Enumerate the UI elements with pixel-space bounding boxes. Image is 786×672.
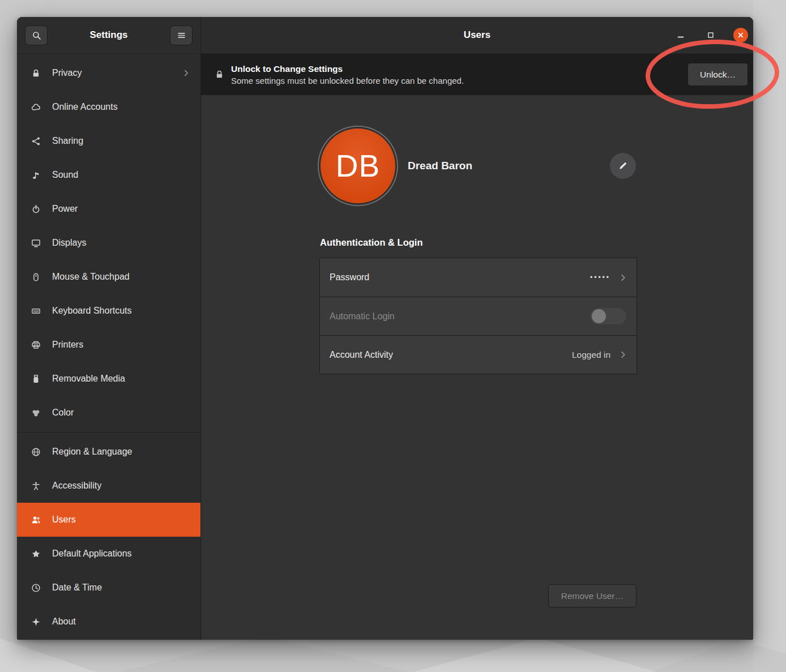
toggle-knob bbox=[592, 309, 606, 323]
sidebar-item-label: Users bbox=[52, 515, 190, 525]
lock-icon bbox=[215, 70, 224, 79]
sidebar-item-default-applications[interactable]: Default Applications bbox=[17, 537, 200, 571]
avatar[interactable]: DB bbox=[321, 129, 395, 203]
sidebar-item-label: About bbox=[52, 617, 190, 627]
star-icon bbox=[31, 549, 41, 559]
sidebar-item-label: Power bbox=[52, 204, 190, 214]
user-profile: DB Dread Baron bbox=[319, 125, 637, 207]
clock-icon bbox=[31, 583, 41, 593]
maximize-button[interactable] bbox=[703, 28, 718, 42]
avatar-initials: DB bbox=[336, 148, 380, 184]
sidebar-item-label: Region & Language bbox=[52, 447, 190, 457]
pencil-icon bbox=[618, 161, 628, 171]
unlock-banner: Unlock to Change Settings Some settings … bbox=[201, 54, 753, 95]
removable-media-icon bbox=[31, 374, 41, 384]
sidebar-item-date-time[interactable]: Date & Time bbox=[17, 571, 200, 605]
sidebar-header: Settings bbox=[17, 17, 200, 54]
sidebar-item-displays[interactable]: Displays bbox=[17, 226, 200, 260]
sidebar-item-online-accounts[interactable]: Online Accounts bbox=[17, 90, 200, 124]
users-icon bbox=[31, 515, 41, 525]
sidebar-item-label: Printers bbox=[52, 340, 190, 350]
automatic-login-toggle[interactable] bbox=[590, 307, 627, 325]
account-activity-value: Logged in bbox=[572, 350, 610, 360]
chevron-right-icon bbox=[182, 69, 190, 77]
banner-subtitle: Some settings must be unlocked before th… bbox=[231, 76, 681, 85]
user-name: Dread Baron bbox=[408, 160, 472, 172]
users-content: DB Dread Baron Authentication & Login Pa… bbox=[201, 95, 753, 640]
music-note-icon bbox=[31, 170, 41, 180]
menu-icon bbox=[177, 31, 186, 40]
share-icon bbox=[31, 136, 41, 146]
mouse-icon bbox=[31, 272, 41, 282]
sidebar-item-color[interactable]: Color bbox=[17, 396, 200, 430]
window-controls bbox=[673, 17, 748, 53]
sidebar-item-label: Online Accounts bbox=[52, 102, 190, 112]
chevron-right-icon bbox=[619, 273, 627, 282]
password-value: ••••• bbox=[590, 273, 610, 281]
chevron-right-icon bbox=[619, 350, 627, 359]
globe-icon bbox=[31, 447, 41, 457]
sidebar-item-label: Sound bbox=[52, 170, 190, 180]
sidebar-item-sharing[interactable]: Sharing bbox=[17, 124, 200, 158]
account-activity-row[interactable]: Account Activity Logged in bbox=[320, 335, 637, 374]
sidebar-divider bbox=[17, 432, 200, 433]
power-icon bbox=[31, 204, 41, 214]
search-button[interactable] bbox=[25, 25, 48, 45]
maximize-icon bbox=[706, 31, 715, 40]
sidebar-item-label: Privacy bbox=[52, 68, 171, 78]
sidebar-item-printers[interactable]: Printers bbox=[17, 328, 200, 362]
display-icon bbox=[31, 238, 41, 248]
content-column: DB Dread Baron Authentication & Login Pa… bbox=[319, 95, 637, 640]
banner-text: Unlock to Change Settings Some settings … bbox=[231, 64, 681, 85]
accessibility-icon bbox=[31, 481, 41, 491]
sidebar-item-label: Sharing bbox=[52, 136, 190, 146]
sidebar-item-label: Displays bbox=[52, 238, 190, 248]
auth-heading: Authentication & Login bbox=[320, 237, 422, 248]
sidebar-item-removable-media[interactable]: Removable Media bbox=[17, 362, 200, 396]
sparkle-icon bbox=[31, 617, 41, 627]
sidebar-item-keyboard-shortcuts[interactable]: Keyboard Shortcuts bbox=[17, 294, 200, 328]
sidebar-item-label: Date & Time bbox=[52, 583, 190, 593]
sidebar-item-label: Accessibility bbox=[52, 481, 190, 491]
main-panel: Users Unlock to Change Settings Some set… bbox=[201, 17, 753, 640]
lock-icon bbox=[31, 69, 41, 78]
remove-user-button[interactable]: Remove User… bbox=[548, 584, 637, 607]
sidebar-item-about[interactable]: About bbox=[17, 605, 200, 639]
printer-icon bbox=[31, 340, 41, 350]
password-label: Password bbox=[330, 272, 590, 283]
automatic-login-row: Automatic Login bbox=[320, 297, 637, 335]
sidebar-item-power[interactable]: Power bbox=[17, 192, 200, 226]
close-icon bbox=[736, 31, 745, 40]
unlock-button[interactable]: Unlock… bbox=[687, 63, 748, 86]
sidebar-item-privacy[interactable]: Privacy bbox=[17, 56, 200, 90]
sidebar-item-label: Color bbox=[52, 408, 190, 418]
sidebar-item-region-language[interactable]: Region & Language bbox=[17, 435, 200, 469]
sidebar-nav: PrivacyOnline AccountsSharingSoundPowerD… bbox=[17, 54, 200, 639]
cloud-icon bbox=[31, 102, 41, 112]
color-icon bbox=[31, 408, 41, 418]
menu-button[interactable] bbox=[170, 25, 193, 45]
sidebar-item-accessibility[interactable]: Accessibility bbox=[17, 469, 200, 503]
password-row[interactable]: Password ••••• bbox=[320, 258, 637, 297]
automatic-login-label: Automatic Login bbox=[330, 311, 590, 322]
banner-title: Unlock to Change Settings bbox=[231, 64, 681, 74]
page-title: Users bbox=[464, 29, 490, 41]
sidebar-item-sound[interactable]: Sound bbox=[17, 158, 200, 192]
sidebar-item-label: Removable Media bbox=[52, 374, 190, 384]
minimize-button[interactable] bbox=[673, 28, 688, 42]
sidebar: Settings PrivacyOnline AccountsSharingSo… bbox=[17, 17, 201, 640]
keyboard-icon bbox=[31, 306, 41, 316]
edit-name-button[interactable] bbox=[610, 153, 636, 179]
search-icon bbox=[32, 31, 41, 40]
sidebar-item-mouse-touchpad[interactable]: Mouse & Touchpad bbox=[17, 260, 200, 294]
titlebar: Users bbox=[201, 17, 753, 54]
sidebar-item-label: Keyboard Shortcuts bbox=[52, 306, 190, 316]
sidebar-item-label: Default Applications bbox=[52, 549, 190, 559]
settings-window: Settings PrivacyOnline AccountsSharingSo… bbox=[17, 17, 753, 640]
auth-card: Password ••••• Automatic Login Account A… bbox=[319, 258, 637, 374]
sidebar-item-users[interactable]: Users bbox=[17, 503, 200, 537]
minimize-icon bbox=[676, 31, 685, 40]
close-button[interactable] bbox=[733, 28, 748, 42]
sidebar-title: Settings bbox=[52, 29, 165, 41]
sidebar-item-label: Mouse & Touchpad bbox=[52, 272, 190, 282]
